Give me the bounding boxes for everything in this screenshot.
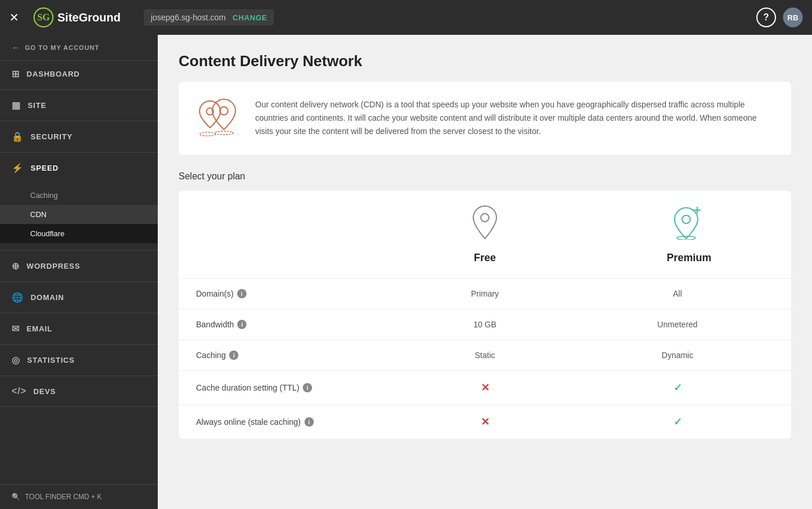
sidebar-item-statistics-label: STATISTICS xyxy=(27,356,75,364)
close-button[interactable]: ✕ xyxy=(9,10,19,24)
ttl-free-cross-icon: ✕ xyxy=(481,382,490,394)
search-icon: 🔍 xyxy=(12,493,20,501)
tool-finder-label: TOOL FINDER CMD + K xyxy=(25,493,102,501)
sidebar-item-security-label: SECURITY xyxy=(31,132,72,141)
devs-icon: </> xyxy=(12,386,27,396)
email-icon: ✉ xyxy=(12,323,20,334)
change-button[interactable]: CHANGE xyxy=(233,13,267,22)
domain-icon: 🌐 xyxy=(12,292,24,303)
always-online-info-badge[interactable]: i xyxy=(304,417,314,427)
main-layout: ← GO TO MY ACCOUNT ⊞ DASHBOARD ▦ SITE 🔒 … xyxy=(0,35,812,509)
always-online-free-cross-icon: ✕ xyxy=(481,416,490,428)
topbar-right: ? RB xyxy=(756,8,803,27)
svg-point-7 xyxy=(682,215,690,223)
row-domains-premium: All xyxy=(581,289,774,298)
tool-finder[interactable]: 🔍 TOOL FINDER CMD + K xyxy=(0,484,158,509)
row-caching-label: Caching i xyxy=(196,351,389,360)
help-button[interactable]: ? xyxy=(756,8,776,27)
free-plan-icon xyxy=(470,205,499,245)
cdn-illustration xyxy=(195,98,241,139)
ttl-premium-check-icon: ✓ xyxy=(673,382,682,394)
select-plan-label: Select your plan xyxy=(179,171,791,182)
sidebar-item-wordpress[interactable]: ⊕ WORDPRESS xyxy=(0,253,158,279)
row-domains-label: Domain(s) i xyxy=(196,289,389,298)
sidebar-sub-cdn[interactable]: CDN xyxy=(0,205,158,224)
row-ttl-premium: ✓ xyxy=(581,381,774,394)
sidebar-item-domain-label: DOMAIN xyxy=(31,293,64,302)
sidebar-item-site[interactable]: ▦ SITE xyxy=(0,92,158,118)
sidebar-item-dashboard[interactable]: ⊞ DASHBOARD xyxy=(0,61,158,87)
plan-col-premium[interactable]: Premium xyxy=(587,205,791,264)
bandwidth-info-badge[interactable]: i xyxy=(237,320,246,329)
sidebar-item-site-label: SITE xyxy=(28,101,46,110)
row-caching: Caching i Static Dynamic xyxy=(179,340,791,371)
statistics-icon: ◎ xyxy=(12,355,20,366)
sidebar-item-statistics[interactable]: ◎ STATISTICS xyxy=(0,347,158,373)
plan-header: Free Premi xyxy=(179,191,791,279)
info-card-text: Our content delivery network (CDN) is a … xyxy=(255,98,775,138)
svg-point-5 xyxy=(215,131,233,135)
security-icon: 🔒 xyxy=(12,131,24,142)
row-ttl: Cache duration setting (TTL) i ✕ ✓ xyxy=(179,371,791,405)
always-online-premium-check-icon: ✓ xyxy=(673,416,682,428)
sidebar-item-speed-label: SPEED xyxy=(31,164,59,172)
logo-text: SiteGround xyxy=(57,11,121,24)
row-always-online-premium: ✓ xyxy=(581,416,774,428)
info-card: Our content delivery network (CDN) is a … xyxy=(179,82,791,155)
sidebar-item-devs[interactable]: </> DEVS xyxy=(0,378,158,404)
sidebar-sub-cloudflare[interactable]: Cloudflare xyxy=(0,224,158,243)
sidebar-item-devs-label: DEVS xyxy=(34,387,56,396)
site-icon: ▦ xyxy=(12,100,21,111)
row-always-online-label: Always online (stale caching) i xyxy=(196,417,389,427)
page-title: Content Delivery Network xyxy=(179,52,791,70)
sidebar-item-domain[interactable]: 🌐 DOMAIN xyxy=(0,284,158,311)
dashboard-icon: ⊞ xyxy=(12,68,20,80)
row-bandwidth-label: Bandwidth i xyxy=(196,320,389,329)
premium-plan-name: Premium xyxy=(666,252,711,264)
plan-header-empty xyxy=(179,205,383,264)
go-to-account[interactable]: ← GO TO MY ACCOUNT xyxy=(0,35,158,61)
sidebar: ← GO TO MY ACCOUNT ⊞ DASHBOARD ▦ SITE 🔒 … xyxy=(0,35,158,509)
row-always-online-free: ✕ xyxy=(389,416,581,428)
domain-text: josepg6.sg-host.com xyxy=(151,13,226,22)
domains-info-badge[interactable]: i xyxy=(237,289,246,298)
row-domains: Domain(s) i Primary All xyxy=(179,279,791,309)
domain-pill: josepg6.sg-host.com CHANGE xyxy=(144,9,274,26)
svg-point-3 xyxy=(220,107,228,115)
row-bandwidth: Bandwidth i 10 GB Unmetered xyxy=(179,309,791,340)
svg-point-4 xyxy=(200,132,216,136)
row-always-online: Always online (stale caching) i ✕ ✓ xyxy=(179,405,791,439)
row-bandwidth-premium: Unmetered xyxy=(581,320,774,329)
premium-plan-icon xyxy=(672,205,706,245)
sidebar-speed-subnav: Caching CDN Cloudflare xyxy=(0,181,158,248)
sidebar-item-security[interactable]: 🔒 SECURITY xyxy=(0,124,158,150)
speed-icon: ⚡ xyxy=(12,163,24,174)
svg-text:SG: SG xyxy=(37,12,50,23)
row-caching-free: Static xyxy=(389,351,581,360)
row-ttl-free: ✕ xyxy=(389,381,581,394)
svg-point-6 xyxy=(481,214,489,222)
sidebar-item-wordpress-label: WORDPRESS xyxy=(27,262,80,270)
go-account-label: GO TO MY ACCOUNT xyxy=(25,44,99,51)
ttl-info-badge[interactable]: i xyxy=(303,383,312,392)
row-caching-premium: Dynamic xyxy=(581,351,774,360)
row-domains-free: Primary xyxy=(389,289,581,298)
sidebar-item-dashboard-label: DASHBOARD xyxy=(27,70,80,78)
content-area: Content Delivery Network xyxy=(158,35,812,509)
caching-info-badge[interactable]: i xyxy=(229,351,238,360)
plan-col-free[interactable]: Free xyxy=(383,205,587,264)
sidebar-nav: ⊞ DASHBOARD ▦ SITE 🔒 SECURITY ⚡ SPEED xyxy=(0,61,158,484)
wordpress-icon: ⊕ xyxy=(12,261,20,272)
free-plan-name: Free xyxy=(474,252,496,264)
row-ttl-label: Cache duration setting (TTL) i xyxy=(196,383,389,392)
sidebar-sub-caching[interactable]: Caching xyxy=(30,186,158,205)
sidebar-item-speed[interactable]: ⚡ SPEED xyxy=(0,155,158,181)
logo: SG SiteGround xyxy=(33,7,121,28)
row-bandwidth-free: 10 GB xyxy=(389,320,581,329)
sidebar-item-email[interactable]: ✉ EMAIL xyxy=(0,316,158,342)
topbar: ✕ SG SiteGround josepg6.sg-host.com CHAN… xyxy=(0,0,812,35)
avatar[interactable]: RB xyxy=(783,8,803,27)
plan-table: Free Premi xyxy=(179,191,791,439)
sidebar-item-email-label: EMAIL xyxy=(27,324,52,333)
back-arrow-icon: ← xyxy=(12,43,20,52)
